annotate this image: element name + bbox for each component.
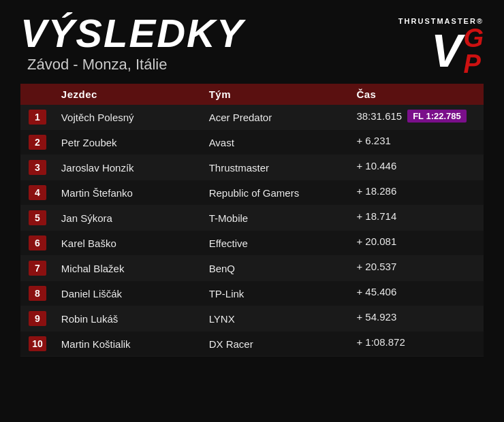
time-cell: 38:31.615FL 1:22.785 xyxy=(349,105,484,127)
col-header-driver: Jezdec xyxy=(54,84,202,105)
pos-cell: 4 xyxy=(20,180,54,206)
pos-cell: 3 xyxy=(20,155,54,180)
time-value: + 54.923 xyxy=(356,311,396,323)
team-cell: BenQ xyxy=(202,256,350,281)
team-cell: Republic of Gamers xyxy=(202,180,350,206)
table-row: 1Vojtěch PolesnýAcer Predator38:31.615FL… xyxy=(20,105,484,130)
time-cell: + 54.923 xyxy=(349,306,484,327)
results-table: Jezdec Tým Čas 1Vojtěch PolesnýAcer Pred… xyxy=(20,84,484,357)
team-cell: Acer Predator xyxy=(202,105,350,130)
header-row: Jezdec Tým Čas xyxy=(20,84,484,105)
pos-badge: 7 xyxy=(29,261,46,276)
pos-badge: 6 xyxy=(29,236,46,250)
driver-cell: Daniel Liščák xyxy=(54,281,202,306)
time-cell: + 1:08.872 xyxy=(349,331,484,353)
time-value: + 45.406 xyxy=(356,286,396,297)
col-header-pos xyxy=(20,84,54,105)
pos-cell: 9 xyxy=(20,306,54,331)
team-cell: TP-Link xyxy=(202,281,350,306)
driver-cell: Jan Sýkora xyxy=(54,206,202,231)
table-row: 6Karel BaškoEffective+ 20.081 xyxy=(20,231,484,256)
time-value: + 18.286 xyxy=(356,185,396,197)
pos-badge: 3 xyxy=(29,160,46,175)
vgp-v-letter: V xyxy=(431,30,462,71)
title-section: VÝSLEDKY Závod - Monza, Itálie xyxy=(20,14,245,74)
time-value: + 6.231 xyxy=(356,135,390,146)
pos-cell: 6 xyxy=(20,231,54,256)
pos-cell: 8 xyxy=(20,281,54,306)
pos-cell: 1 xyxy=(20,105,54,130)
vgp-logo: V G P xyxy=(431,25,484,77)
team-cell: Thrustmaster xyxy=(202,155,350,180)
time-cell: + 10.446 xyxy=(349,155,484,176)
table-body: 1Vojtěch PolesnýAcer Predator38:31.615FL… xyxy=(20,105,484,357)
pos-badge: 1 xyxy=(29,110,46,125)
vgp-gp-letters: G P xyxy=(463,25,484,77)
time-value: + 18.714 xyxy=(356,210,396,222)
pos-badge: 4 xyxy=(29,185,46,200)
time-cell: + 18.714 xyxy=(349,206,484,227)
driver-cell: Robin Lukáš xyxy=(54,306,202,331)
vgp-g-letter: G xyxy=(463,25,484,51)
pos-badge: 5 xyxy=(29,210,46,225)
time-value: + 1:08.872 xyxy=(356,336,405,348)
pos-badge: 9 xyxy=(29,311,46,326)
table-row: 5Jan SýkoraT-Mobile+ 18.714 xyxy=(20,206,484,231)
table-row: 7Michal BlažekBenQ+ 20.537 xyxy=(20,256,484,281)
driver-cell: Martin Štefanko xyxy=(54,180,202,206)
driver-cell: Martin Koštialik xyxy=(54,331,202,357)
driver-cell: Petr Zoubek xyxy=(54,130,202,155)
driver-cell: Vojtěch Polesný xyxy=(54,105,202,130)
logo-section: THRUSTMASTER® V G P xyxy=(398,17,484,77)
team-cell: Effective xyxy=(202,231,350,256)
table-row: 8Daniel LiščákTP-Link+ 45.406 xyxy=(20,281,484,306)
table-row: 4Martin ŠtefankoRepublic of Gamers+ 18.2… xyxy=(20,180,484,206)
table-row: 3Jaroslav HonzíkThrustmaster+ 10.446 xyxy=(20,155,484,180)
pos-badge: 8 xyxy=(29,286,46,301)
driver-cell: Karel Baško xyxy=(54,231,202,256)
header: VÝSLEDKY Závod - Monza, Itálie THRUSTMAS… xyxy=(20,14,484,77)
time-cell: + 20.081 xyxy=(349,231,484,252)
table-row: 10Martin KoštialikDX Racer+ 1:08.872 xyxy=(20,331,484,357)
team-cell: DX Racer xyxy=(202,331,350,357)
table-row: 9Robin LukášLYNX+ 54.923 xyxy=(20,306,484,331)
subtitle: Závod - Monza, Itálie xyxy=(27,56,245,74)
pos-cell: 7 xyxy=(20,256,54,281)
time-value: 38:31.615 xyxy=(356,110,402,122)
time-value: + 20.081 xyxy=(356,236,396,247)
results-container: VÝSLEDKY Závod - Monza, Itálie THRUSTMAS… xyxy=(0,0,504,422)
main-title: VÝSLEDKY xyxy=(20,14,245,53)
time-value: + 10.446 xyxy=(356,160,396,172)
pos-badge: 10 xyxy=(29,336,46,351)
time-cell: + 6.231 xyxy=(349,130,484,151)
time-cell: + 18.286 xyxy=(349,180,484,201)
team-cell: LYNX xyxy=(202,306,350,331)
table-row: 2Petr ZoubekAvast+ 6.231 xyxy=(20,130,484,155)
team-cell: T-Mobile xyxy=(202,206,350,231)
time-value: + 20.537 xyxy=(356,261,396,272)
col-header-team: Tým xyxy=(202,84,350,105)
table-header: Jezdec Tým Čas xyxy=(20,84,484,105)
time-cell: + 20.537 xyxy=(349,256,484,277)
pos-cell: 10 xyxy=(20,331,54,357)
fl-badge: FL 1:22.785 xyxy=(407,110,467,123)
col-header-time: Čas xyxy=(349,84,484,105)
driver-cell: Jaroslav Honzík xyxy=(54,155,202,180)
pos-badge: 2 xyxy=(29,135,46,150)
team-cell: Avast xyxy=(202,130,350,155)
vgp-p-letter: P xyxy=(463,51,484,77)
time-cell: + 45.406 xyxy=(349,281,484,302)
pos-cell: 5 xyxy=(20,206,54,231)
pos-cell: 2 xyxy=(20,130,54,155)
driver-cell: Michal Blažek xyxy=(54,256,202,281)
